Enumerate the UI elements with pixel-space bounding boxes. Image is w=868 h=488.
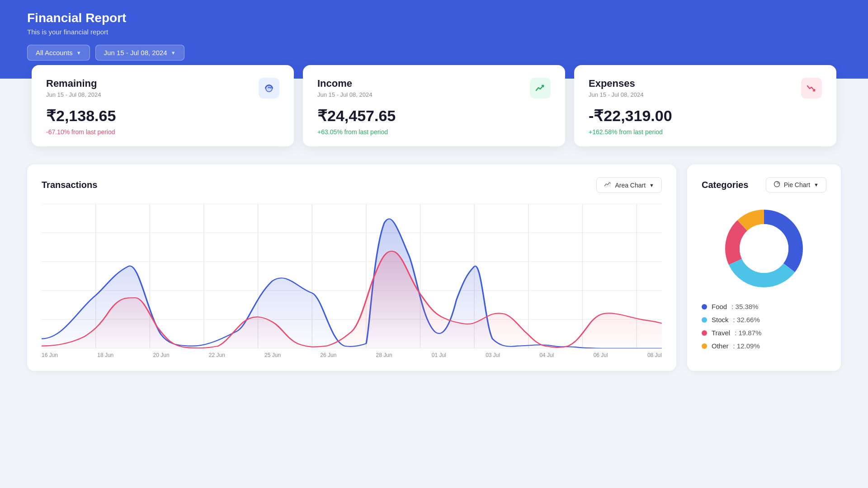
legend-item-stock: Stock : 32.66% [702,316,826,324]
income-amount: ₹24,457.65 [317,107,551,125]
remaining-date: Jun 15 - Jul 08, 2024 [46,91,101,98]
chevron-down-icon: ▼ [76,50,81,56]
x-label: 16 Jun [42,352,58,358]
stock-dot [702,317,707,323]
area-chart-svg [42,204,662,348]
expenses-change: +162.58% from last period [589,128,822,136]
x-axis-labels: 16 Jun 18 Jun 20 Jun 22 Jun 25 Jun 26 Ju… [42,348,662,358]
remaining-amount: ₹2,138.65 [46,107,279,125]
x-label: 03 Jul [486,352,500,358]
income-title: Income [317,78,372,89]
remaining-change: -67.10% from last period [46,128,279,136]
other-dot [702,343,707,349]
x-label: 25 Jun [264,352,281,358]
expenses-date: Jun 15 - Jul 08, 2024 [589,91,643,98]
x-label: 08 Jul [647,352,662,358]
svg-point-27 [740,224,788,273]
chevron-down-icon: ▼ [171,50,176,56]
x-label: 26 Jun [320,352,336,358]
income-date: Jun 15 - Jul 08, 2024 [317,91,372,98]
chart-type-dropdown[interactable]: Area Chart ▼ [596,177,662,193]
x-label: 20 Jun [153,352,170,358]
accounts-dropdown[interactable]: All Accounts ▼ [27,45,90,61]
remaining-icon [259,78,279,99]
header-controls: All Accounts ▼ Jun 15 - Jul 08, 2024 ▼ [27,45,841,61]
date-range-dropdown[interactable]: Jun 15 - Jul 08, 2024 ▼ [95,45,184,61]
donut-chart-svg [719,203,809,294]
chart-legend: Food : 35.38% Stock : 32.66% Travel : 19… [702,303,826,350]
main-content: Transactions Area Chart ▼ [0,146,868,389]
categories-section: Categories Pie Chart ▼ [687,164,841,371]
x-label: 01 Jul [432,352,446,358]
expenses-icon [801,78,822,99]
remaining-card: Remaining Jun 15 - Jul 08, 2024 ₹2,138.6… [32,65,294,146]
income-icon [530,78,551,99]
svg-rect-2 [268,87,270,88]
expenses-amount: -₹22,319.00 [589,107,822,125]
chevron-down-icon: ▼ [814,182,819,188]
summary-cards: Remaining Jun 15 - Jul 08, 2024 ₹2,138.6… [27,65,841,146]
x-label: 06 Jul [594,352,608,358]
pie-chart-icon [774,181,780,189]
transactions-chart [42,204,662,348]
chevron-down-icon: ▼ [649,183,654,188]
categories-title: Categories [702,180,748,190]
x-label: 04 Jul [539,352,554,358]
transactions-title: Transactions [42,180,97,190]
transactions-section: Transactions Area Chart ▼ [27,164,676,371]
travel-dot [702,330,707,336]
income-card: Income Jun 15 - Jul 08, 2024 ₹24,457.65 … [303,65,565,146]
expenses-title: Expenses [589,78,643,89]
page-title: Financial Report [27,11,841,25]
expenses-card: Expenses Jun 15 - Jul 08, 2024 -₹22,319.… [574,65,836,146]
legend-item-food: Food : 35.38% [702,303,826,310]
legend-item-other: Other : 12.09% [702,342,826,350]
food-dot [702,304,707,310]
legend-item-travel: Travel : 19.87% [702,329,826,337]
pie-chart-container [702,203,826,294]
income-change: +63.05% from last period [317,128,551,136]
remaining-title: Remaining [46,78,101,89]
page-subtitle: This is your financial report [27,28,841,36]
x-label: 22 Jun [209,352,225,358]
x-label: 28 Jun [376,352,392,358]
x-label: 18 Jun [97,352,113,358]
area-chart-icon [604,181,611,189]
pie-chart-dropdown[interactable]: Pie Chart ▼ [766,177,826,192]
svg-point-3 [270,87,272,89]
